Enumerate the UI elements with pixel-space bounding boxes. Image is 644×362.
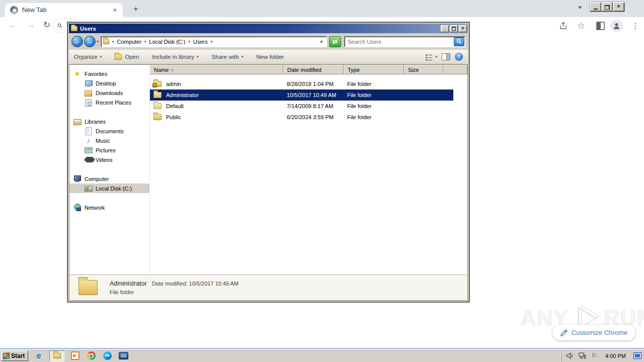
browser-restore-button[interactable] [601, 2, 613, 12]
sidebar-item-music[interactable]: ♪ Music [69, 136, 149, 145]
sidebar-section-network[interactable]: Network [69, 203, 149, 212]
column-header-name[interactable]: Name ▴ [150, 65, 283, 74]
recent-pages-chevron-icon[interactable]: ▾ [97, 39, 99, 44]
taskbar-blue-app-icon[interactable] [118, 350, 129, 361]
browser-close-button[interactable]: × [613, 2, 624, 12]
bookmark-star-icon[interactable]: ☆ [575, 19, 588, 32]
chevron-down-icon: ▾ [435, 55, 437, 59]
explorer-maximize-button[interactable] [450, 25, 458, 32]
file-type: File folder [344, 92, 404, 98]
breadcrumb-chevron-icon[interactable]: ▾ [112, 40, 114, 44]
recent-places-label: Recent Places [96, 100, 131, 106]
start-button[interactable]: Start [1, 350, 28, 361]
breadcrumb-chevron-icon[interactable]: ▾ [211, 40, 213, 44]
breadcrumb-item-computer[interactable]: Computer [117, 39, 141, 45]
file-row-default[interactable]: Default 7/14/2009 8:17 AM File folder [150, 101, 467, 112]
column-header-type[interactable]: Type [344, 65, 404, 74]
column-header-size[interactable]: Size [404, 65, 443, 74]
action-center-flag-icon[interactable]: ⚐ [591, 352, 597, 359]
taskbar-edge-icon[interactable] [102, 350, 113, 361]
taskbar-clock[interactable]: 4:00 PM [602, 353, 629, 359]
browser-menu-dots-icon[interactable]: ⋮ [629, 19, 642, 32]
breadcrumb[interactable]: ▾ Computer ▾ Local Disk (C:) ▾ Users ▾ ▾ [101, 36, 327, 47]
breadcrumb-item-users[interactable]: Users [193, 39, 208, 45]
restore-icon [605, 5, 610, 10]
sidebar-item-downloads[interactable]: Downloads [69, 88, 149, 98]
breadcrumb-chevron-icon[interactable]: ▾ [188, 40, 190, 44]
tab-search-chevron-icon[interactable]: ▾ [578, 4, 582, 11]
browser-minimize-button[interactable] [590, 2, 601, 12]
folder-icon [153, 114, 162, 120]
search-go-button[interactable] [454, 37, 464, 46]
sidebar-item-recent-places[interactable]: Recent Places [69, 98, 149, 107]
refresh-button[interactable]: ⇄ [329, 36, 341, 47]
sidebar-section-favorites[interactable]: ★ Favorites [69, 69, 149, 78]
file-row-public[interactable]: Public 6/20/2024 3:59 PM File folder [150, 112, 467, 123]
column-header-date-modified[interactable]: Date modified [283, 65, 344, 74]
browser-back-icon[interactable]: ← [6, 19, 19, 32]
explorer-forward-button[interactable]: → [84, 36, 96, 47]
organize-label: Organize [74, 54, 98, 60]
customize-chrome-button[interactable]: Customize Chrome [552, 325, 635, 340]
tray-monitor-icon[interactable] [634, 353, 641, 358]
pictures-label: Pictures [96, 147, 116, 153]
preview-pane-button[interactable] [442, 53, 450, 60]
pictures-icon [85, 146, 92, 154]
favorites-label: Favorites [85, 71, 107, 77]
breadcrumb-item-local-disk[interactable]: Local Disk (C:) [149, 39, 185, 45]
open-folder-icon [115, 54, 122, 60]
new-folder-button[interactable]: New folder [256, 54, 284, 60]
taskbar-ie-icon[interactable]: e [33, 350, 44, 361]
tab-title: New Tab [22, 7, 111, 14]
taskbar-chrome-icon[interactable] [86, 350, 97, 361]
file-date: 10/5/2017 10:49 AM [283, 92, 344, 98]
search-input[interactable] [348, 39, 454, 45]
file-row-administrator-selected[interactable]: Administrator 10/5/2017 10:49 AM File fo… [150, 89, 453, 101]
explorer-close-button[interactable]: × [459, 25, 467, 32]
details-pane: Administrator Date modified: 10/5/2017 1… [69, 275, 468, 301]
organize-menu[interactable]: Organize ▾ [74, 54, 102, 60]
file-rows: admin 8/28/2018 1:04 PM File folder Admi… [150, 74, 467, 275]
browser-reload-icon[interactable]: ↻ [40, 19, 53, 32]
sidebar-item-documents[interactable]: Documents [69, 126, 149, 136]
details-folder-icon [78, 280, 98, 295]
file-row-admin[interactable]: admin 8/28/2018 1:04 PM File folder [150, 78, 467, 89]
address-dropdown-icon[interactable]: ▾ [318, 39, 325, 44]
new-tab-button[interactable]: + [131, 4, 141, 14]
profile-avatar-icon[interactable] [610, 19, 623, 32]
include-in-library-label: Include in library [152, 54, 194, 60]
volume-icon[interactable] [567, 352, 574, 359]
file-name: Default [166, 103, 184, 109]
browser-forward-icon[interactable]: → [24, 19, 37, 32]
sidebar-section-libraries[interactable]: Libraries [69, 117, 149, 126]
include-in-library-menu[interactable]: Include in library ▾ [152, 54, 198, 60]
taskbar-media-app-icon[interactable]: ▶ [69, 350, 80, 361]
customize-chrome-label: Customize Chrome [572, 329, 627, 336]
breadcrumb-chevron-icon[interactable]: ▾ [144, 40, 146, 44]
network-tray-icon[interactable] [579, 352, 586, 359]
sidebar-item-local-disk-c[interactable]: Local Disk (C:) [69, 184, 149, 193]
browser-tab-new-tab[interactable]: New Tab × [5, 3, 123, 17]
open-button[interactable]: Open [115, 54, 139, 60]
help-button[interactable]: ? [455, 53, 463, 61]
sidebar-section-computer[interactable]: Computer [69, 174, 149, 184]
sidebar-item-desktop[interactable]: Desktop [69, 78, 149, 88]
taskbar-explorer-button-active[interactable] [49, 350, 64, 361]
explorer-minimize-button[interactable]: _ [441, 25, 449, 32]
explorer-back-button[interactable]: ← [71, 36, 83, 47]
share-with-menu[interactable]: Share with ▾ [212, 54, 244, 60]
explorer-titlebar[interactable]: Users _ × [69, 24, 468, 33]
share-icon[interactable] [556, 19, 570, 32]
name-column-label: Name [154, 67, 169, 73]
start-label: Start [11, 352, 25, 359]
computer-icon [73, 175, 81, 183]
tab-close-icon[interactable]: × [111, 6, 119, 14]
sidebar-item-videos[interactable]: Videos [69, 155, 149, 164]
column-header-stub [443, 65, 467, 74]
change-view-button[interactable]: ▾ [425, 53, 437, 61]
windows-taskbar: Start e ▶ ⚐ 4:00 PM [0, 349, 644, 362]
sidebar-item-pictures[interactable]: Pictures [69, 145, 149, 155]
side-panel-icon[interactable] [594, 19, 607, 32]
magnifier-icon [456, 39, 462, 44]
desktop-icon [85, 79, 92, 87]
